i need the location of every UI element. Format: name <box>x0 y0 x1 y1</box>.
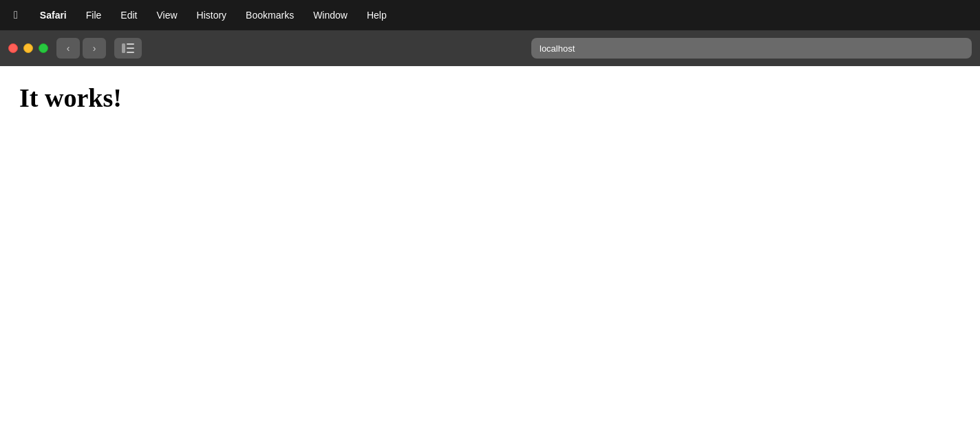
svg-rect-0 <box>122 43 125 53</box>
apple-menu[interactable]:  <box>11 8 21 23</box>
browser-toolbar: ‹ › localhost <box>0 30 980 66</box>
menu-safari[interactable]: Safari <box>37 8 70 22</box>
svg-rect-2 <box>127 48 134 49</box>
address-bar[interactable]: localhost <box>531 38 972 59</box>
svg-rect-3 <box>127 52 134 53</box>
back-icon: ‹ <box>67 43 70 54</box>
sidebar-icon <box>122 43 134 53</box>
menu-edit[interactable]: Edit <box>118 8 140 22</box>
address-bar-container: localhost <box>147 38 972 59</box>
menu-bookmarks[interactable]: Bookmarks <box>243 8 297 22</box>
page-heading: It works! <box>19 83 961 113</box>
minimize-button[interactable] <box>23 43 33 53</box>
sidebar-toggle-button[interactable] <box>114 38 142 59</box>
browser-content: It works! <box>0 66 980 427</box>
window-controls <box>8 43 48 53</box>
menu-history[interactable]: History <box>194 8 230 22</box>
forward-icon: › <box>93 43 96 54</box>
forward-button[interactable]: › <box>83 38 106 59</box>
svg-rect-1 <box>127 43 134 45</box>
close-button[interactable] <box>8 43 18 53</box>
maximize-button[interactable] <box>39 43 48 53</box>
back-button[interactable]: ‹ <box>56 38 80 59</box>
nav-buttons: ‹ › <box>56 38 106 59</box>
menu-view[interactable]: View <box>153 8 180 22</box>
address-text: localhost <box>540 43 575 54</box>
menu-bar:  Safari File Edit View History Bookmark… <box>0 0 980 30</box>
menu-window[interactable]: Window <box>310 8 350 22</box>
menu-file[interactable]: File <box>83 8 105 22</box>
menu-help[interactable]: Help <box>364 8 390 22</box>
